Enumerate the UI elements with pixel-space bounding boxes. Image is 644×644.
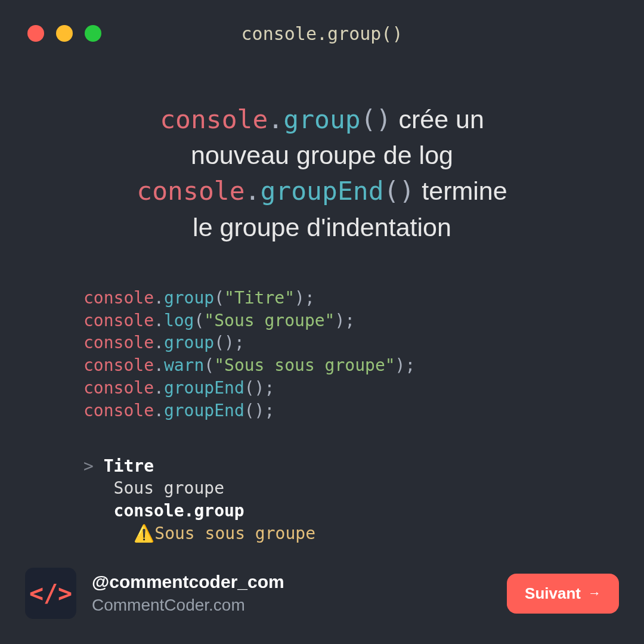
footer: </> @commentcoder_com CommentCoder.com S… [25,568,619,619]
code-token-paren: ( [384,176,400,206]
output-line: > Titre [83,455,644,478]
output-group-label: console.group [83,500,644,522]
code-token-object: console [83,378,154,398]
code-token-paren: ( [214,288,224,308]
headline-line-3: console.groupEnd() termine [24,173,620,209]
code-token-paren: ( [244,401,255,420]
code-token-dot: . [154,311,164,330]
headline-text: crée un [391,105,484,134]
code-line: console.groupEnd(); [83,377,644,400]
code-token-paren: ); [335,311,355,330]
arrow-right-icon: → [588,586,601,601]
output-warn-text: Sous sous groupe [154,524,315,543]
window-titlebar: console.group() [0,0,644,42]
code-line: console.log("Sous groupe"); [83,309,644,332]
close-icon[interactable] [27,25,44,42]
code-token-object: console [83,333,154,352]
code-token-dot: . [154,378,164,398]
next-button[interactable]: Suivant → [507,574,619,614]
code-block: console.group("Titre"); console.log("Sou… [83,287,644,422]
code-token-method: groupEnd [260,176,383,206]
code-line: console.groupEnd(); [83,400,644,422]
code-token-paren: ); [224,333,244,352]
code-token-object: console [160,104,268,134]
code-token-paren: ( [214,333,224,352]
traffic-lights [27,25,101,42]
chevron-icon: > [83,456,94,476]
code-token-paren: ); [255,401,275,420]
code-token-object: console [83,401,154,420]
console-output: > Titre Sous groupe console.group ⚠️Sous… [83,455,644,545]
code-token-paren: ) [376,104,392,134]
code-token-string: "Titre" [224,288,295,308]
code-token-paren: ) [399,176,414,206]
output-group-title: Titre [104,456,154,476]
code-token-method: groupEnd [164,378,244,398]
headline-line-4: le groupe d'indentation [24,209,620,245]
code-token-dot: . [154,355,164,375]
warning-icon: ⚠️ [134,524,154,543]
brand-block: @commentcoder_com CommentCoder.com [92,572,284,615]
code-token-dot: . [245,176,261,206]
code-token-paren: ); [395,355,416,375]
brand-logo: </> [25,568,76,619]
social-handle: @commentcoder_com [92,572,284,592]
code-token-method: groupEnd [164,401,244,420]
code-token-paren: ( [204,355,214,375]
minimize-icon[interactable] [56,25,73,42]
code-token-method: group [283,104,360,134]
code-token-object: console [83,288,154,308]
zoom-icon[interactable] [85,25,101,42]
code-token-string: "Sous groupe" [204,311,335,330]
code-token-method: group [164,333,214,352]
code-line: console.group("Titre"); [83,287,644,309]
output-warn-line: ⚠️Sous sous groupe [83,522,644,545]
code-token-object: console [83,311,154,330]
code-token-paren: ); [255,378,275,398]
headline-block: console.group() crée un nouveau groupe d… [0,101,644,245]
code-token-dot: . [154,288,164,308]
code-token-paren: ( [361,104,376,134]
headline-line-2: nouveau groupe de log [24,137,620,173]
code-line: console.warn("Sous sous groupe"); [83,354,644,377]
code-token-method: log [164,311,194,330]
next-button-label: Suivant [525,584,581,603]
code-token-dot: . [154,401,164,420]
code-token-dot: . [268,104,283,134]
code-token-paren: ); [295,288,315,308]
headline-line-1: console.group() crée un [24,101,620,137]
headline-text: termine [414,177,507,205]
code-line: console.group(); [83,332,644,354]
code-token-paren: ( [194,311,204,330]
code-token-string: "Sous sous groupe" [214,355,395,375]
code-token-paren: ( [244,378,255,398]
code-token-method: group [164,288,214,308]
code-token-object: console [83,355,154,375]
output-line: Sous groupe [83,477,644,500]
code-token-dot: . [154,333,164,352]
site-url: CommentCoder.com [92,596,284,615]
code-token-object: console [137,176,244,206]
code-token-method: warn [164,355,204,375]
